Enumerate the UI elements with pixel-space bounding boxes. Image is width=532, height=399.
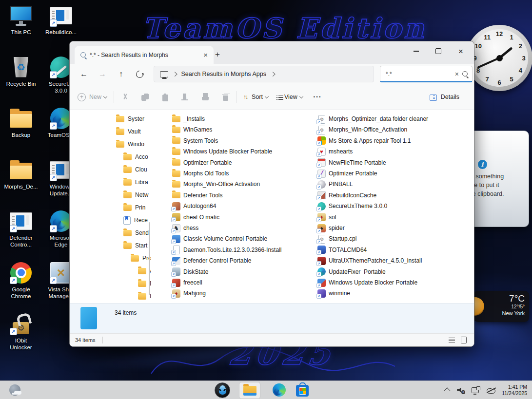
desktop-icon-backup[interactable]: Backup — [2, 107, 40, 138]
sort-arrows-icon — [243, 93, 252, 101]
file-item-optimizer-portable[interactable]: Optimizer Portable — [172, 158, 232, 168]
maximize-button[interactable] — [427, 42, 450, 60]
paste-icon[interactable] — [161, 93, 169, 101]
taskbar-widgets-button[interactable] — [5, 382, 24, 398]
tree-item-windo[interactable]: Windo — [116, 138, 144, 150]
file-item-windows-update-blocker-portable[interactable]: ↗Windows Update Blocker Portable — [317, 278, 417, 287]
volume-muted-icon[interactable]: × — [456, 386, 465, 394]
file-item-mahjong[interactable]: ♦↗Mahjong — [172, 288, 206, 298]
file-item-diskstate[interactable]: ↗DiskState — [172, 267, 208, 277]
tree-item-clou[interactable]: Clou — [123, 164, 147, 175]
search-input[interactable] — [385, 70, 452, 78]
taskbar-start-button[interactable] — [213, 382, 232, 398]
search-box[interactable]: × — [380, 66, 473, 82]
file-item-system-tools[interactable]: System Tools — [172, 136, 218, 146]
file-item-newfiletime-portable[interactable]: ↗NewFileTime Portable — [317, 158, 386, 168]
desktop-icon-defender-contro[interactable]: ↗DefenderContro... — [2, 209, 40, 248]
file-item-winmine[interactable]: ↗winmine — [317, 288, 350, 298]
file-item-morphs-win-office-activation[interactable]: ⚙↗Morphs_Win-Office_Activation — [317, 125, 407, 134]
clear-search-icon[interactable]: × — [455, 71, 459, 77]
file-item-secureuxtheme-3-0-0[interactable]: ↗SecureUxTheme 3.0.0 — [317, 201, 387, 211]
selection-stack-icon — [80, 307, 97, 329]
file-item-mshearts[interactable]: ♥↗mshearts — [317, 147, 353, 156]
file-item-label: Defender Tools — [183, 192, 223, 199]
list-view-toggle[interactable] — [449, 338, 455, 343]
file-item-ms-store-apps-repair-tool-1-1[interactable]: ↗Ms Store & Apps repair Tool 1.1 — [317, 136, 411, 146]
new-button[interactable]: New — [78, 93, 107, 101]
file-item-ultrauxthemepatcher-4-5-0-install[interactable]: ↗UltraUXThemePatcher_4.5.0_install — [317, 256, 422, 266]
weather-widget[interactable]: 7°C 12°/5° New York — [473, 291, 529, 322]
search-icon[interactable] — [462, 71, 468, 76]
file-item-totalcmd64[interactable]: ↗TOTALCMD64 — [317, 245, 367, 255]
tree-item-start[interactable]: Start — [123, 240, 147, 251]
copy-icon[interactable] — [141, 93, 149, 101]
file-item-windows-update-blocker-portable[interactable]: Windows Update Blocker Portable — [172, 147, 272, 156]
taskbar-edge-button[interactable] — [270, 382, 288, 398]
cloud-disabled-icon[interactable] — [487, 386, 495, 394]
minimize-button[interactable] — [405, 42, 427, 60]
more-options-button[interactable] — [314, 93, 322, 101]
tree-item-send[interactable]: Send — [123, 227, 149, 239]
large-icons-view-toggle[interactable] — [461, 337, 467, 343]
file-item-daemon-tools-lite-12-3-0-2366-install[interactable]: ↗Daemon.Tools.Lite.12.3.0.2366-Install — [172, 245, 281, 255]
taskbar-explorer-button[interactable] — [239, 382, 260, 399]
file-item-morphs-win-office-activation[interactable]: Morphs_Win-Office Activation — [172, 179, 260, 189]
tab-close-icon[interactable]: × — [201, 51, 210, 58]
desktop-icon-iobit-unlocker[interactable]: ↗IObitUnlocker — [2, 312, 40, 351]
file-item-defender-control-portable[interactable]: ↗Defender Control Portable — [172, 256, 251, 266]
tree-item-netw[interactable]: Netw — [123, 189, 148, 201]
file-item-cheat-o-matic[interactable]: ↗cheat O matic — [172, 212, 219, 222]
rename-icon[interactable] — [181, 93, 189, 101]
details-toggle-button[interactable]: Details — [429, 93, 466, 101]
tree-item-syster[interactable]: Syster — [116, 113, 144, 125]
desktop-icon-recycle-bin[interactable]: Recycle Bin — [2, 56, 40, 87]
file-item-wingames[interactable]: WinGames — [172, 125, 212, 134]
file-item-updatefixer-portable[interactable]: ↗UpdateFixer_Portable — [317, 267, 386, 277]
file-item-defender-tools[interactable]: Defender Tools — [172, 190, 223, 200]
tree-item-acco[interactable]: Acco — [123, 151, 148, 163]
desktop-icon-this-pc[interactable]: This PC — [2, 4, 40, 36]
refresh-button[interactable] — [131, 67, 148, 81]
desktop-icon-rebuildico[interactable]: ↗RebuildIco... — [42, 4, 80, 36]
file-item-autologon64[interactable]: ↗Autologon64 — [172, 201, 216, 211]
new-tab-button[interactable]: + — [211, 49, 224, 61]
tree-item-rece[interactable]: Rece — [123, 214, 148, 226]
forward-button[interactable]: → — [94, 67, 111, 81]
file-item-classic-volume-control-portable[interactable]: ↗Classic Volume Control Portable — [172, 234, 267, 244]
share-icon[interactable] — [201, 93, 209, 101]
explorer-tab[interactable]: *.* - Search Results in Morphs × — [75, 46, 214, 64]
clock-widget[interactable]: 123456789101112 — [466, 25, 532, 91]
file-item-morphs-optimizer-data-folder-cleaner[interactable]: ⚙↗Morphs_Optimizer_data folder cleaner — [317, 114, 428, 124]
status-bar: 34 items — [70, 333, 474, 346]
tree-item-libra[interactable]: Libra — [123, 176, 148, 188]
tray-chevron-up-icon[interactable] — [444, 388, 451, 394]
file-item-pinball[interactable]: ↗PINBALL — [317, 179, 353, 189]
desktop-icon-google-chrome[interactable]: ↗GoogleChrome — [2, 261, 40, 300]
taskbar-store-button[interactable] — [293, 382, 312, 398]
tray-clock[interactable]: 1:41 PM 11/24/2025 — [502, 384, 527, 397]
view-button[interactable]: View — [276, 93, 303, 101]
file-item-optimizer-portable[interactable]: ╱↗Optimizer Portable — [317, 169, 377, 178]
tree-item-vault[interactable]: Vault — [116, 126, 140, 137]
back-button[interactable]: ← — [76, 67, 92, 81]
up-button[interactable]: ↑ — [113, 67, 129, 81]
file-item-morphs-old-tools[interactable]: Morphs Old Tools — [172, 169, 229, 178]
file-item-rebuildiconcache[interactable]: ↗RebuildIconCache — [317, 190, 376, 200]
tree-scrollbar[interactable] — [149, 222, 150, 295]
file-item-chess[interactable]: ♞↗chess — [172, 223, 198, 233]
file-item-freecell[interactable]: ↗freecell — [172, 278, 202, 287]
close-button[interactable]: × — [450, 42, 472, 60]
file-item-startup-cpl[interactable]: ⚙↗Startup.cpl — [317, 234, 356, 244]
delete-icon[interactable] — [221, 93, 229, 101]
file-item-spider[interactable]: ♠↗spider — [317, 223, 345, 233]
desktop-icon-morphs-de[interactable]: Morphs_De... — [2, 158, 40, 190]
shortcut-arrow-icon: ↗ — [50, 71, 57, 78]
network-display-icon[interactable] — [472, 386, 480, 394]
file-item-sol[interactable]: ♦↗sol — [317, 212, 336, 222]
breadcrumb[interactable]: Search Results in Morphs Apps — [154, 66, 374, 82]
file-item-installs[interactable]: _Installs — [172, 114, 205, 124]
tree-item-pro[interactable]: Pro — [131, 252, 151, 264]
tree-item-prin[interactable]: Prin — [123, 202, 145, 213]
sort-button[interactable]: Sort — [243, 93, 268, 101]
cut-icon[interactable] — [121, 93, 129, 101]
